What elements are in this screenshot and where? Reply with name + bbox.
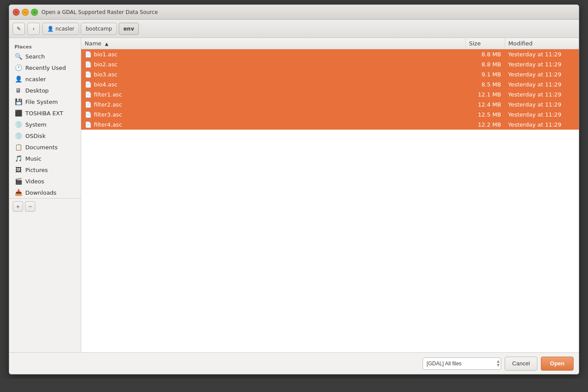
table-row[interactable]: 📄bio4.asc8.5 MBYesterday at 11:29 (81, 79, 579, 89)
file-size-cell: 8.5 MB (465, 79, 505, 89)
file-modified-cell: Yesterday at 11:29 (505, 110, 579, 120)
file-modified-cell: Yesterday at 11:29 (505, 59, 579, 69)
sidebar: Places 🔍 Search 🕐 Recently Used 👤 ncasle… (9, 38, 81, 352)
maximize-button[interactable]: + (31, 9, 38, 16)
file-icon: 📄 (85, 121, 92, 128)
file-icon: 📄 (85, 71, 92, 78)
sidebar-item-recently-used-label: Recently Used (25, 65, 66, 71)
column-header-modified[interactable]: Modified (505, 38, 579, 49)
sidebar-item-videos-label: Videos (25, 178, 44, 185)
titlebar: × − + Open a GDAL Supported Raster Data … (9, 5, 579, 20)
search-icon: 🔍 (14, 52, 22, 60)
file-modified-cell: Yesterday at 11:29 (505, 49, 579, 60)
clock-icon: 🕐 (14, 64, 22, 72)
toolbar: ✎ ‹ 👤 ncasler bootcamp env (9, 20, 579, 38)
sort-arrow-name: ▲ (105, 41, 109, 46)
main-content: Places 🔍 Search 🕐 Recently Used 👤 ncasle… (9, 38, 579, 352)
drive-icon: ⬛ (14, 109, 22, 117)
bottom-bar: [GDAL] All filesGeoTIFFASCII Grid ▲ ▼ Ca… (9, 352, 579, 374)
file-icon: 📄 (85, 91, 92, 98)
file-name-cell: 📄filter1.asc (81, 89, 465, 100)
sidebar-item-pictures[interactable]: 🖼 Pictures (9, 164, 81, 175)
file-modified-cell: Yesterday at 11:29 (505, 89, 579, 100)
breadcrumb-env-label: env (124, 26, 134, 32)
table-row[interactable]: 📄filter1.asc12.1 MBYesterday at 11:29 (81, 89, 579, 100)
desktop-icon: 🖥 (14, 86, 22, 94)
sidebar-item-ncasler[interactable]: 👤 ncasler (9, 73, 81, 85)
file-icon: 📄 (85, 101, 92, 108)
system-icon: 💿 (14, 120, 22, 128)
file-icon: 📄 (85, 51, 92, 58)
file-size-cell: 12.4 MB (465, 100, 505, 110)
sidebar-item-downloads[interactable]: 📥 Downloads (9, 187, 81, 198)
sidebar-item-system-label: System (25, 121, 46, 128)
sidebar-item-toshiba[interactable]: ⬛ TOSHIBA EXT (9, 107, 81, 119)
file-name-cell: 📄bio3.asc (81, 69, 465, 79)
sidebar-bottom: + − (9, 198, 81, 214)
sidebar-item-filesystem[interactable]: 💾 File System (9, 96, 81, 107)
spinner-up[interactable]: ▲ (497, 360, 499, 363)
filter-select-wrapper: [GDAL] All filesGeoTIFFASCII Grid ▲ ▼ (423, 358, 501, 370)
edit-button[interactable]: ✎ (13, 23, 25, 35)
places-label: Places (9, 41, 81, 51)
documents-icon: 📋 (14, 143, 22, 151)
table-row[interactable]: 📄filter3.asc12.5 MBYesterday at 11:29 (81, 110, 579, 120)
breadcrumb-env[interactable]: env (119, 23, 139, 35)
file-size-cell: 8.8 MB (465, 49, 505, 60)
filesystem-icon: 💾 (14, 98, 22, 106)
file-size-cell: 8.8 MB (465, 59, 505, 69)
sidebar-item-recently-used[interactable]: 🕐 Recently Used (9, 62, 81, 73)
remove-bookmark-button[interactable]: − (25, 201, 35, 212)
file-modified-cell: Yesterday at 11:29 (505, 79, 579, 89)
file-size-cell: 9.1 MB (465, 69, 505, 79)
open-button[interactable]: Open (541, 357, 574, 371)
sidebar-item-desktop[interactable]: 🖥 Desktop (9, 85, 81, 96)
table-row[interactable]: 📄bio1.asc8.8 MBYesterday at 11:29 (81, 49, 579, 60)
sidebar-item-downloads-label: Downloads (25, 189, 56, 196)
sidebar-item-documents-label: Documents (25, 144, 58, 151)
sidebar-item-osdisk[interactable]: 💿 OSDisk (9, 130, 81, 141)
column-header-size[interactable]: Size (465, 38, 505, 49)
table-row[interactable]: 📄bio2.asc8.8 MBYesterday at 11:29 (81, 59, 579, 69)
sidebar-item-videos[interactable]: 🎬 Videos (9, 175, 81, 187)
breadcrumb-bootcamp[interactable]: bootcamp (81, 23, 117, 35)
file-modified-cell: Yesterday at 11:29 (505, 100, 579, 110)
add-bookmark-button[interactable]: + (13, 201, 23, 212)
sidebar-item-filesystem-label: File System (25, 99, 58, 105)
sidebar-item-osdisk-label: OSDisk (25, 133, 45, 139)
close-button[interactable]: × (13, 9, 20, 16)
sidebar-item-ncasler-label: ncasler (25, 76, 46, 83)
window-title: Open a GDAL Supported Raster Data Source (41, 9, 158, 15)
back-button[interactable]: ‹ (28, 23, 40, 35)
file-name-cell: 📄filter4.asc (81, 120, 465, 130)
table-row[interactable]: 📄bio3.asc9.1 MBYesterday at 11:29 (81, 69, 579, 79)
file-name-cell: 📄bio2.asc (81, 59, 465, 69)
sidebar-item-system[interactable]: 💿 System (9, 119, 81, 130)
filter-select[interactable]: [GDAL] All filesGeoTIFFASCII Grid (423, 358, 501, 370)
titlebar-buttons: × − + (13, 9, 38, 16)
file-name-cell: 📄bio4.asc (81, 79, 465, 89)
sidebar-item-music[interactable]: 🎵 Music (9, 153, 81, 164)
file-name-cell: 📄filter3.asc (81, 110, 465, 120)
file-table-container[interactable]: Name ▲ Size Modified (81, 38, 579, 352)
table-row[interactable]: 📄filter4.asc12.2 MBYesterday at 11:29 (81, 120, 579, 130)
cancel-button[interactable]: Cancel (505, 357, 537, 371)
sidebar-item-pictures-label: Pictures (25, 167, 48, 173)
minimize-button[interactable]: − (22, 9, 29, 16)
main-window: × − + Open a GDAL Supported Raster Data … (9, 4, 579, 375)
spinner-down[interactable]: ▼ (497, 364, 499, 367)
file-modified-cell: Yesterday at 11:29 (505, 69, 579, 79)
file-name-cell: 📄bio1.asc (81, 49, 465, 60)
sidebar-item-search[interactable]: 🔍 Search (9, 51, 81, 62)
music-icon: 🎵 (14, 155, 22, 162)
videos-icon: 🎬 (14, 177, 22, 185)
user-icon: 👤 (47, 26, 53, 32)
file-icon: 📄 (85, 81, 92, 88)
breadcrumb-ncasler[interactable]: 👤 ncasler (42, 23, 79, 35)
table-row[interactable]: 📄filter2.asc12.4 MBYesterday at 11:29 (81, 100, 579, 110)
filter-spinner: ▲ ▼ (497, 360, 499, 367)
column-header-name[interactable]: Name ▲ (81, 38, 465, 49)
file-size-cell: 12.5 MB (465, 110, 505, 120)
sidebar-item-desktop-label: Desktop (25, 87, 49, 94)
sidebar-item-documents[interactable]: 📋 Documents (9, 141, 81, 153)
